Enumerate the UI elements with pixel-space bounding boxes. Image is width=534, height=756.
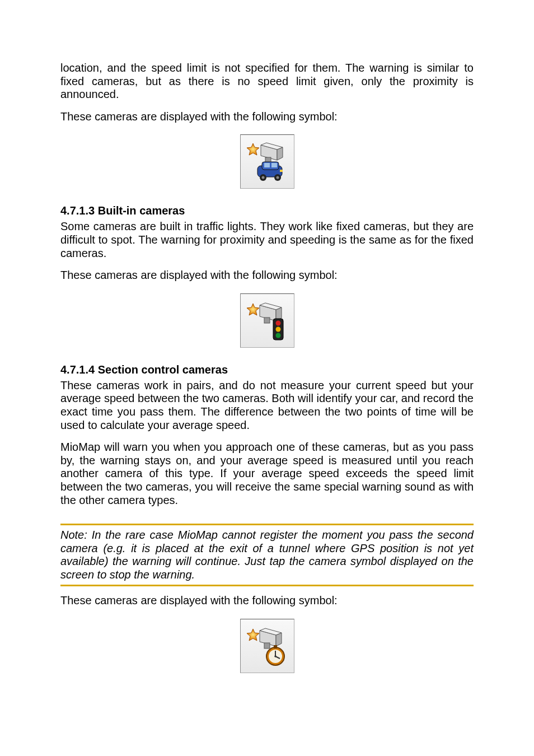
svg-rect-18 bbox=[264, 318, 270, 323]
svg-point-33 bbox=[274, 655, 277, 657]
heading-section-control-cameras: 4.7.1.4 Section control cameras bbox=[60, 363, 474, 376]
note-block: Note: In the rare case MioMap cannot reg… bbox=[60, 524, 474, 586]
icon-container bbox=[60, 293, 474, 348]
svg-marker-23 bbox=[247, 629, 259, 641]
paragraph-text: These cameras are displayed with the fol… bbox=[60, 110, 474, 124]
svg-point-22 bbox=[275, 333, 280, 338]
paragraph-text: These cameras work in pairs, and do not … bbox=[60, 379, 474, 432]
svg-rect-30 bbox=[274, 645, 277, 648]
paragraph-text: MioMap will warn you when you approach o… bbox=[60, 441, 474, 507]
svg-point-21 bbox=[275, 326, 280, 332]
svg-rect-13 bbox=[280, 170, 283, 172]
svg-point-10 bbox=[261, 176, 264, 179]
paragraph-text: These cameras are displayed with the fol… bbox=[60, 269, 474, 282]
svg-rect-7 bbox=[264, 163, 270, 167]
svg-rect-8 bbox=[271, 163, 277, 167]
svg-marker-0 bbox=[247, 143, 259, 155]
paragraph-text: These cameras are displayed with the fol… bbox=[60, 594, 474, 608]
section-camera-icon bbox=[240, 619, 294, 673]
svg-point-12 bbox=[276, 176, 279, 179]
mobile-camera-icon bbox=[240, 134, 294, 189]
paragraph-text: Some cameras are built in traffic lights… bbox=[60, 220, 474, 260]
icon-container bbox=[60, 619, 474, 673]
svg-marker-14 bbox=[247, 304, 259, 315]
svg-rect-27 bbox=[264, 643, 270, 648]
icon-container bbox=[60, 134, 474, 189]
heading-builtin-cameras: 4.7.1.3 Built-in cameras bbox=[60, 204, 474, 217]
svg-point-20 bbox=[275, 320, 280, 325]
builtin-camera-icon bbox=[240, 293, 294, 348]
paragraph-text: location, and the speed limit is not spe… bbox=[60, 62, 474, 101]
